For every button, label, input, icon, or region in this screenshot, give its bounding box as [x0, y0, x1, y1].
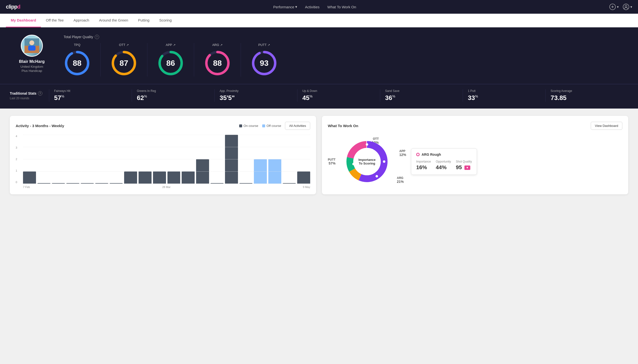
tab-approach[interactable]: Approach: [69, 14, 94, 28]
traditional-stats: Traditional Stats ? Last 20 rounds Fairw…: [0, 84, 638, 108]
nav-links: Performance ▾ Activities What To Work On: [273, 5, 356, 9]
wtwo-card-header: What To Work On View Dashboard: [328, 122, 622, 130]
tab-nav: My Dashboard Off the Tee Approach Around…: [0, 14, 638, 28]
tab-scoring[interactable]: Scoring: [154, 14, 176, 28]
add-button[interactable]: ▾: [609, 4, 619, 10]
trad-stats-period: Last 20 rounds: [10, 96, 49, 100]
score-ring-putt: PUTT ↗ 93: [241, 43, 287, 76]
chart-x-labels: 7 Feb 28 Mar 9 May: [16, 184, 310, 188]
help-icon[interactable]: ?: [95, 35, 99, 39]
stat-fairways-hit: Fairways Hit 57%: [49, 89, 132, 102]
nav-performance[interactable]: Performance ▾: [273, 5, 297, 9]
legend-off-course: Off course: [262, 124, 281, 128]
svg-point-7: [29, 40, 34, 45]
tpq-label: Total Player Quality ?: [64, 35, 628, 39]
donut-label-putt: PUTT57%: [328, 158, 335, 165]
score-rings: TPQ 88 OTT ↗ 87: [64, 43, 628, 76]
shot-quality-badge: ▼: [465, 166, 470, 170]
donut-center: Importance To Scoring: [358, 158, 375, 165]
all-activities-button[interactable]: All Activities: [285, 122, 310, 130]
player-info: Blair McHarg United Kingdom Plus Handica…: [10, 35, 54, 72]
main-content: Activity - 3 Months - Weekly On course O…: [0, 108, 638, 202]
chart-area: 4 3 2 1 0: [16, 135, 310, 188]
score-ring-tpq: TPQ 88: [64, 43, 101, 76]
user-menu-button[interactable]: ▾: [622, 4, 632, 10]
view-dashboard-button[interactable]: View Dashboard: [591, 122, 622, 130]
tab-my-dashboard[interactable]: My Dashboard: [6, 14, 41, 28]
svg-point-26: [375, 175, 378, 178]
player-country: United Kingdom: [21, 65, 43, 68]
wtwo-tooltip-card: ARG Rough Importance 16% Opportunity 44%…: [411, 148, 477, 175]
quality-scores: Total Player Quality ? TPQ 88 OTT ↗: [64, 35, 628, 76]
tooltip-dot: [416, 153, 420, 156]
app-logo: clippd: [6, 4, 20, 10]
tab-off-the-tee[interactable]: Off the Tee: [41, 14, 69, 28]
stat-sand-save: Sand Save 36%: [380, 89, 463, 102]
stat-scoring-average: Scoring Average 73.85: [545, 89, 628, 102]
score-ring-arg: ARG ↗ 88: [194, 43, 241, 76]
stat-1-putt: 1 Putt 33%: [463, 89, 545, 102]
tooltip-title: ARG Rough: [421, 152, 441, 156]
nav-activities[interactable]: Activities: [305, 5, 319, 9]
donut-label-arg: ARG21%: [397, 176, 404, 184]
chart-legend: On course Off course: [239, 124, 281, 128]
nav-what-to-work-on[interactable]: What To Work On: [327, 5, 356, 9]
y-axis: 4 3 2 1 0: [16, 135, 17, 184]
hero-section: Blair McHarg United Kingdom Plus Handica…: [0, 28, 638, 84]
activity-card-title: Activity - 3 Months - Weekly: [16, 124, 64, 128]
player-handicap: Plus Handicap: [22, 69, 42, 72]
what-to-work-on-card: What To Work On View Dashboard OTT10% AP…: [322, 116, 628, 194]
wtwo-card-title: What To Work On: [328, 124, 358, 128]
tooltip-stats: Importance 16% Opportunity 44% Shot Qual…: [416, 160, 472, 171]
donut-label-app: APP12%: [399, 149, 406, 157]
trad-help-icon[interactable]: ?: [38, 91, 42, 96]
avatar: [21, 35, 43, 57]
svg-point-27: [352, 163, 355, 165]
trad-stats-title: Traditional Stats ?: [10, 91, 49, 96]
top-nav: clippd Performance ▾ Activities What To …: [0, 0, 638, 14]
nav-right: ▾ ▾: [609, 4, 632, 10]
legend-on-course: On course: [239, 124, 258, 128]
player-name: Blair McHarg: [19, 59, 45, 64]
tooltip-stat-shot-quality: Shot Quality 95 ▼: [456, 160, 472, 171]
stat-app-proximity: App. Proximity 35'5": [215, 89, 297, 102]
tab-around-the-green[interactable]: Around the Green: [94, 14, 133, 28]
svg-rect-8: [28, 46, 36, 50]
tooltip-stat-opportunity: Opportunity 44%: [436, 160, 451, 171]
score-ring-ott: OTT ↗ 87: [101, 43, 147, 76]
score-ring-app: APP ↗ 86: [147, 43, 194, 76]
svg-point-25: [383, 160, 385, 163]
activity-card-header: Activity - 3 Months - Weekly On course O…: [16, 122, 310, 130]
svg-point-4: [625, 5, 627, 7]
tooltip-stat-importance: Importance 16%: [416, 160, 431, 171]
activity-card: Activity - 3 Months - Weekly On course O…: [10, 116, 316, 194]
svg-point-24: [366, 143, 368, 146]
stat-up-and-down: Up & Down 45%: [297, 89, 380, 102]
tab-putting[interactable]: Putting: [133, 14, 154, 28]
stat-greens-in-reg: Greens In Reg 62%: [132, 89, 215, 102]
